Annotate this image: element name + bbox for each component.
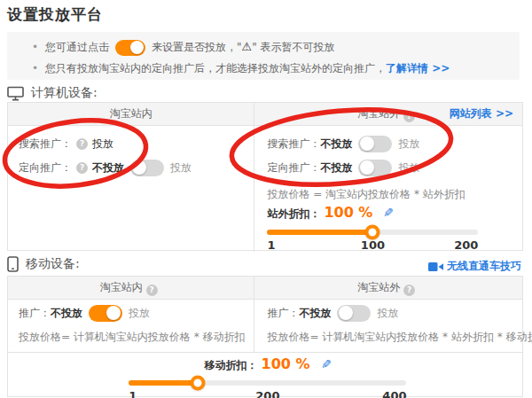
video-camera-icon [428, 261, 443, 272]
computer-inside-search-row: 搜索推广：投放 [19, 135, 243, 152]
header-taobao-inside: 淘宝站内 [8, 103, 254, 125]
notice-text: 您只有投放淘宝站内的定向推广后，才能选择投放淘宝站外的定向推广， [45, 62, 386, 74]
targeted-state-off: 不投放 [92, 159, 124, 176]
targeted-state-on: 投放 [170, 159, 192, 176]
mobile-section-label: 移动设备: [26, 256, 80, 272]
site-list-link[interactable]: 网站列表 >> [450, 103, 513, 125]
computer-outside-cell: 搜索推广：不投放投放 定向推广：不投放投放 投放价格 = 淘宝站内投放价格 * … [254, 126, 522, 252]
header-taobao-outside: 淘宝站外 [254, 277, 522, 299]
mobile-table: 淘宝站内 淘宝站外 推广：不投放投放 投放价格= 计算机淘宝站内投放价格 * 移… [7, 276, 523, 397]
mobile-inside-promo-row: 推广：不投放投放 [19, 304, 243, 322]
notice-line-2: •您只有投放淘宝站内的定向推广后，才能选择投放淘宝站外的定向推广，了解详情 >> [7, 58, 520, 79]
computer-table-body: 搜索推广：投放 定向推广：不投放投放 搜索推广：不投放投放 定向推广：不投放投放… [8, 126, 522, 252]
toggle-knob [360, 160, 374, 175]
phone-icon [7, 256, 19, 272]
outside-discount-slider[interactable] [267, 230, 478, 235]
wireless-tips-link[interactable]: 无线直通车技巧 [428, 259, 521, 274]
header-taobao-outside: 淘宝站外 网站列表 >> [254, 103, 522, 125]
mobile-inside-price-formula: 投放价格= 计算机淘宝站内投放价格 * 移动折扣 [19, 330, 243, 344]
slider-fill [129, 380, 198, 386]
mobile-table-body: 推广：不投放投放 投放价格= 计算机淘宝站内投放价格 * 移动折扣 推广：不投放… [8, 300, 522, 352]
computer-outside-search-toggle[interactable] [358, 136, 392, 152]
mobile-inside-cell: 推广：不投放投放 投放价格= 计算机淘宝站内投放价格 * 移动折扣 [8, 300, 254, 352]
slider-fill [267, 230, 372, 235]
bullet-icon: • [32, 58, 38, 79]
toggle-knob [360, 137, 374, 151]
slider-labels: 1 200 400 [129, 389, 406, 398]
toggle-knob [106, 306, 121, 320]
notice-text: 您可通过点击 [45, 41, 109, 53]
computer-outside-targeted-toggle[interactable] [358, 160, 392, 176]
slider-thumb[interactable] [191, 376, 206, 391]
set-delivery-platform-page: 设置投放平台 •您可通过点击来设置是否投放，"⚠" 表示暂不可投放 •您只有投放… [0, 0, 532, 398]
mobile-table-header: 淘宝站内 淘宝站外 [8, 277, 522, 300]
edit-icon[interactable]: ✎ [321, 355, 332, 374]
search-state: 投放 [92, 135, 113, 152]
mobile-outside-cell: 推广：不投放投放 投放价格= 计算机淘宝站内投放价格 * 站外折扣 * 移动折扣 [254, 300, 532, 352]
monitor-icon [7, 86, 24, 101]
mobile-outside-price-formula: 投放价格= 计算机淘宝站内投放价格 * 站外折扣 * 移动折扣 [267, 330, 532, 344]
slider-thumb[interactable] [364, 225, 379, 240]
mobile-inside-promo-toggle[interactable] [89, 305, 122, 322]
slider-labels: 1 100 200 [267, 238, 478, 253]
mobile-discount-line: 移动折扣：100 %✎ [129, 355, 406, 374]
help-icon[interactable] [403, 285, 415, 296]
bullet-icon: • [32, 36, 38, 58]
warning-icon: ⚠ [242, 40, 253, 53]
computer-inside-targeted-toggle[interactable] [130, 160, 164, 176]
edit-icon[interactable]: ✎ [383, 203, 394, 222]
header-taobao-inside: 淘宝站内 [8, 277, 254, 299]
computer-table-header: 淘宝站内 淘宝站外 网站列表 >> [8, 103, 522, 126]
computer-inside-cell: 搜索推广：投放 定向推广：不投放投放 [8, 126, 254, 252]
mobile-outside-promo-toggle[interactable] [337, 305, 371, 322]
toggle-example[interactable] [115, 40, 145, 56]
toggle-knob [339, 306, 353, 320]
notice-box: •您可通过点击来设置是否投放，"⚠" 表示暂不可投放 •您只有投放淘宝站内的定向… [7, 32, 520, 80]
outside-discount-line: 站外折扣：100 %✎ [267, 203, 510, 222]
help-icon[interactable] [76, 162, 88, 174]
computer-table: 淘宝站内 淘宝站外 网站列表 >> 搜索推广：投放 定向推广：不投放投放 搜索推… [7, 102, 523, 251]
toggle-knob [132, 160, 146, 175]
mobile-section-header: 移动设备: [7, 256, 80, 272]
mobile-discount-value: 100 % [262, 355, 310, 372]
notice-text: " 表示暂不可投放 [252, 41, 334, 53]
computer-outside-search-row: 搜索推广：不投放投放 [267, 135, 510, 152]
notice-text: 来设置是否投放，" [152, 41, 242, 53]
computer-outside-targeted-row: 定向推广：不投放投放 [267, 159, 510, 176]
help-icon[interactable] [146, 285, 158, 296]
notice-line-1: •您可通过点击来设置是否投放，"⚠" 表示暂不可投放 [7, 36, 520, 58]
help-icon[interactable] [76, 138, 88, 150]
mobile-discount-slider[interactable] [129, 380, 406, 386]
outside-price-formula: 投放价格 = 淘宝站内投放价格 * 站外折扣 [267, 187, 510, 201]
mobile-outside-promo-row: 推广：不投放投放 [267, 304, 532, 322]
computer-section-header: 计算机设备: [7, 85, 98, 101]
help-icon[interactable] [403, 111, 415, 122]
mobile-discount-band: 移动折扣：100 %✎ 1 200 400 [8, 352, 522, 397]
outside-discount-slider-wrap: 1 100 200 [267, 230, 478, 253]
toggle-knob [130, 41, 144, 54]
computer-section-label: 计算机设备: [31, 85, 98, 101]
page-title: 设置投放平台 [7, 4, 103, 25]
outside-discount-value: 100 % [324, 204, 372, 221]
computer-inside-targeted-row: 定向推广：不投放投放 [19, 159, 243, 176]
learn-more-link[interactable]: 了解详情 >> [386, 62, 450, 74]
